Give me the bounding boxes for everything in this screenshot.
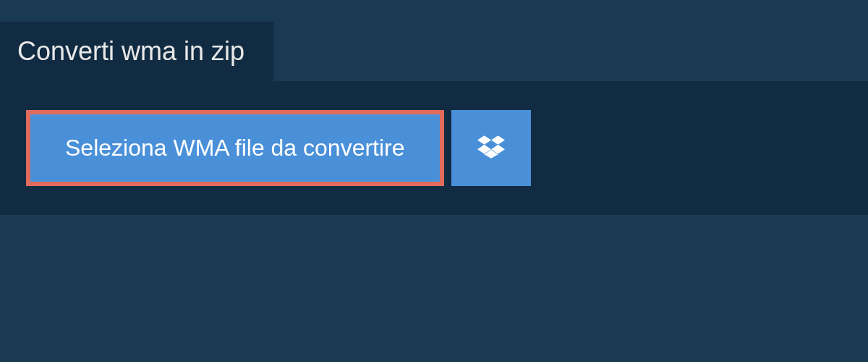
tab-container: Converti wma in zip bbox=[0, 0, 868, 81]
button-row: Seleziona WMA file da convertire bbox=[26, 110, 842, 186]
select-file-label: Seleziona WMA file da convertire bbox=[65, 135, 405, 161]
dropbox-icon bbox=[477, 133, 505, 164]
tab-title: Converti wma in zip bbox=[17, 36, 244, 66]
dropbox-button[interactable] bbox=[451, 110, 531, 186]
conversion-tab[interactable]: Converti wma in zip bbox=[0, 22, 273, 81]
select-file-button[interactable]: Seleziona WMA file da convertire bbox=[26, 110, 444, 186]
conversion-panel: Seleziona WMA file da convertire bbox=[0, 81, 868, 215]
